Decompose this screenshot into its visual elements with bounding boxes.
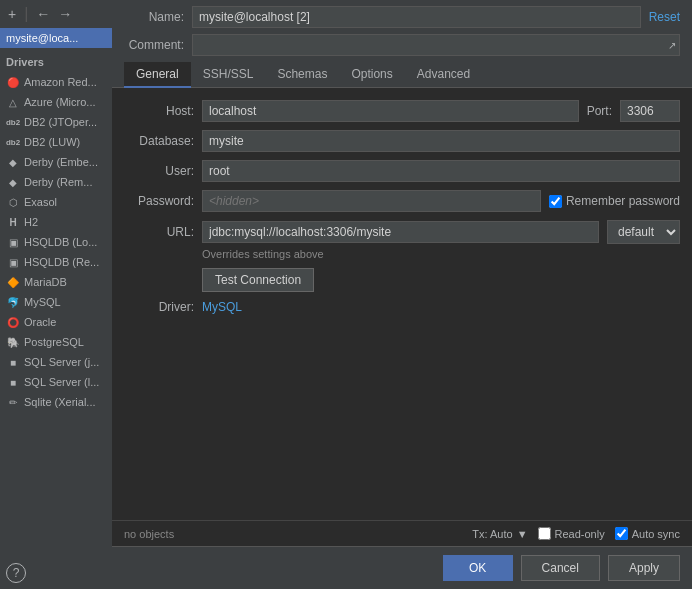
password-label: Password: <box>124 194 194 208</box>
back-icon[interactable]: ← <box>34 4 52 24</box>
database-input[interactable] <box>202 130 680 152</box>
status-right-controls: Tx: Auto ▼ Read-only Auto sync <box>472 527 680 540</box>
help-button[interactable]: ? <box>6 563 26 583</box>
readonly-checkbox[interactable] <box>538 527 551 540</box>
readonly-row: Read-only <box>538 527 605 540</box>
port-input[interactable] <box>620 100 680 122</box>
sidebar-item-derby-rem[interactable]: ◆ Derby (Rem... <box>0 172 112 192</box>
sidebar-item-h2[interactable]: H H2 <box>0 212 112 232</box>
autosync-checkbox[interactable] <box>615 527 628 540</box>
sidebar-item-db2-luw[interactable]: db2 DB2 (LUW) <box>0 132 112 152</box>
tx-dropdown-arrow[interactable]: ▼ <box>517 528 528 540</box>
host-input[interactable] <box>202 100 579 122</box>
url-type-select[interactable]: default custom <box>607 220 680 244</box>
url-input[interactable] <box>202 221 599 243</box>
tx-label: Tx: Auto <box>472 528 512 540</box>
active-connection-item[interactable]: mysite@loca... <box>0 28 112 48</box>
database-label: Database: <box>124 134 194 148</box>
h2-icon: H <box>6 215 20 229</box>
sqlserver-j-icon: ■ <box>6 355 20 369</box>
sidebar-item-mariadb[interactable]: 🔶 MariaDB <box>0 272 112 292</box>
sidebar-toolbar: + | ← → <box>0 0 112 28</box>
overrides-note: Overrides settings above <box>202 248 680 260</box>
name-label: Name: <box>124 10 184 24</box>
status-bar: no objects Tx: Auto ▼ Read-only Auto syn… <box>112 520 692 546</box>
sidebar-item-amazon[interactable]: 🔴 Amazon Red... <box>0 72 112 92</box>
mysql-icon: 🐬 <box>6 295 20 309</box>
driver-link[interactable]: MySQL <box>202 300 242 314</box>
host-row: Host: Port: <box>124 100 680 122</box>
sidebar-item-mysql[interactable]: 🐬 MySQL <box>0 292 112 312</box>
sidebar-item-sqlite[interactable]: ✏ Sqlite (Xerial... <box>0 392 112 412</box>
exasol-icon: ⬡ <box>6 195 20 209</box>
sidebar-item-exasol[interactable]: ⬡ Exasol <box>0 192 112 212</box>
sidebar-item-sqlserver-l[interactable]: ■ SQL Server (l... <box>0 372 112 392</box>
sidebar-item-hsqldb-rem[interactable]: ▣ HSQLDB (Re... <box>0 252 112 272</box>
autosync-label: Auto sync <box>632 528 680 540</box>
drivers-section-label: Drivers <box>0 48 112 72</box>
remember-password-row: Remember password <box>549 194 680 208</box>
readonly-label: Read-only <box>555 528 605 540</box>
hsqldb-local-icon: ▣ <box>6 235 20 249</box>
remember-password-checkbox[interactable] <box>549 195 562 208</box>
postgresql-icon: 🐘 <box>6 335 20 349</box>
tab-schemas[interactable]: Schemas <box>265 62 339 88</box>
url-label: URL: <box>124 225 194 239</box>
name-row: Name: Reset <box>112 0 692 32</box>
autosync-row: Auto sync <box>615 527 680 540</box>
port-label: Port: <box>587 104 612 118</box>
reset-link[interactable]: Reset <box>649 10 680 24</box>
password-input[interactable] <box>202 190 541 212</box>
driver-label: Driver: <box>124 300 194 314</box>
add-icon[interactable]: + <box>6 4 18 24</box>
test-connection-button[interactable]: Test Connection <box>202 268 314 292</box>
remember-password-label: Remember password <box>566 194 680 208</box>
derby-rem-icon: ◆ <box>6 175 20 189</box>
no-objects-text: no objects <box>124 528 472 540</box>
oracle-icon: ⭕ <box>6 315 20 329</box>
tab-general[interactable]: General <box>124 62 191 88</box>
password-row: Password: Remember password <box>124 190 680 212</box>
driver-row: Driver: MySQL <box>124 300 680 314</box>
sidebar-item-postgresql[interactable]: 🐘 PostgreSQL <box>0 332 112 352</box>
user-input[interactable] <box>202 160 680 182</box>
sidebar-item-hsqldb-local[interactable]: ▣ HSQLDB (Lo... <box>0 232 112 252</box>
database-row: Database: <box>124 130 680 152</box>
sqlserver-l-icon: ■ <box>6 375 20 389</box>
hsqldb-rem-icon: ▣ <box>6 255 20 269</box>
comment-input[interactable] <box>192 34 680 56</box>
user-row: User: <box>124 160 680 182</box>
sidebar-item-db2-jtoper[interactable]: db2 DB2 (JTOper... <box>0 112 112 132</box>
tab-advanced[interactable]: Advanced <box>405 62 482 88</box>
tab-options[interactable]: Options <box>339 62 404 88</box>
separator: | <box>22 3 30 25</box>
comment-input-wrap: ↗ <box>192 34 680 56</box>
db2-icon: db2 <box>6 115 20 129</box>
dialog-footer: OK Cancel Apply <box>112 546 692 589</box>
comment-label: Comment: <box>124 38 184 52</box>
sidebar-item-oracle[interactable]: ⭕ Oracle <box>0 312 112 332</box>
sidebar-item-sqlserver-j[interactable]: ■ SQL Server (j... <box>0 352 112 372</box>
expand-icon: ↗ <box>668 40 676 51</box>
db2luw-icon: db2 <box>6 135 20 149</box>
comment-row: Comment: ↗ <box>112 32 692 62</box>
derby-embe-icon: ◆ <box>6 155 20 169</box>
amazon-icon: 🔴 <box>6 75 20 89</box>
sidebar-item-derby-embe[interactable]: ◆ Derby (Embe... <box>0 152 112 172</box>
tab-ssh-ssl[interactable]: SSH/SSL <box>191 62 266 88</box>
sqlite-icon: ✏ <box>6 395 20 409</box>
host-label: Host: <box>124 104 194 118</box>
cancel-button[interactable]: Cancel <box>521 555 600 581</box>
ok-button[interactable]: OK <box>443 555 513 581</box>
tx-control: Tx: Auto ▼ <box>472 528 527 540</box>
apply-button[interactable]: Apply <box>608 555 680 581</box>
name-input[interactable] <box>192 6 641 28</box>
forward-icon[interactable]: → <box>56 4 74 24</box>
mariadb-icon: 🔶 <box>6 275 20 289</box>
sidebar-item-azure[interactable]: △ Azure (Micro... <box>0 92 112 112</box>
form-content: Host: Port: Database: User: Password: Re… <box>112 88 692 520</box>
user-label: User: <box>124 164 194 178</box>
tabs-bar: General SSH/SSL Schemas Options Advanced <box>112 62 692 88</box>
azure-icon: △ <box>6 95 20 109</box>
url-row: URL: default custom <box>124 220 680 244</box>
